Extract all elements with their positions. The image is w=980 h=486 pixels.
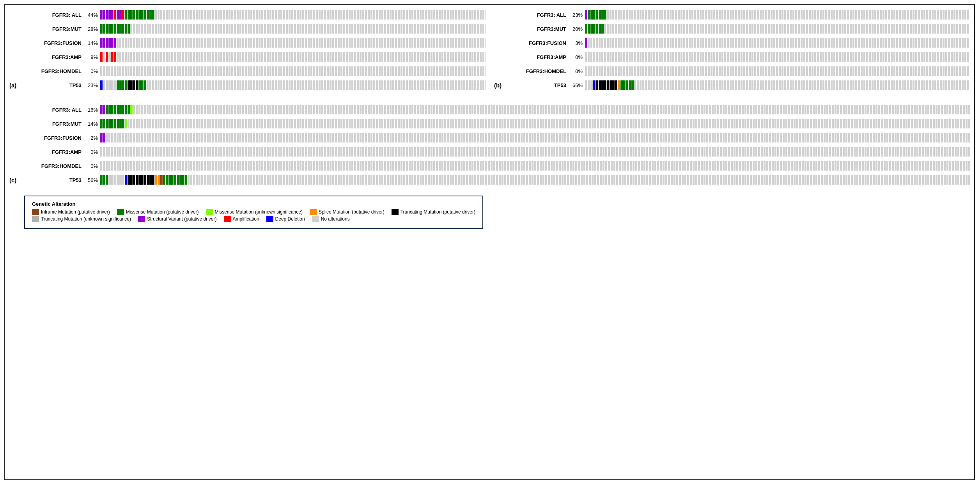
- gene-track: [100, 133, 970, 142]
- gene-label: FGFR3:HOMDEL: [20, 163, 85, 169]
- no-alteration-swatch: [312, 216, 319, 222]
- truncating-driver-swatch: [392, 209, 399, 215]
- gene-label: FGFR3:FUSION: [20, 40, 85, 46]
- gene-pct: 23%: [85, 82, 100, 88]
- gene-track: [100, 52, 486, 62]
- legend-label: Splice Mutation (putative driver): [319, 209, 385, 215]
- legend-label: Truncating Mutation (putative driver): [401, 209, 475, 215]
- legend-label: Missense Mutation (putative driver): [126, 209, 199, 215]
- gene-track: [585, 10, 970, 20]
- structural-swatch: [138, 216, 145, 222]
- inframe-swatch: [32, 209, 39, 215]
- panel-label: (b): [494, 82, 502, 89]
- gene-row: FGFR3: ALL 44%: [20, 9, 486, 21]
- legend-row-1: Inframe Mutation (putative driver) Misse…: [32, 209, 475, 215]
- gene-track: [100, 147, 970, 157]
- gene-pct: 66%: [569, 82, 585, 88]
- gene-pct: 3%: [569, 40, 585, 46]
- gene-label: FGFR3:AMP: [20, 149, 85, 155]
- gene-row: FGFR3:FUSION 3%: [505, 37, 970, 49]
- amplification-swatch: [224, 216, 231, 222]
- panel-a: FGFR3: ALL 44%: [9, 9, 486, 93]
- gene-pct: 16%: [85, 107, 100, 113]
- legend-item-truncating-unknown: Truncating Mutation (unknown significanc…: [32, 216, 131, 222]
- gene-row: FGFR3:MUT 28%: [20, 23, 486, 35]
- legend-item-truncating-driver: Truncating Mutation (putative driver): [392, 209, 475, 215]
- legend-row-2: Truncating Mutation (unknown significanc…: [32, 216, 475, 222]
- legend-label: Missense Mutation (unknown significance): [215, 209, 303, 215]
- gene-label: TP53: [20, 82, 85, 88]
- legend-item-missense-driver: Missense Mutation (putative driver): [117, 209, 199, 215]
- legend-item-structural: Structural Variant (putative driver): [138, 216, 217, 222]
- gene-label: FGFR3:HOMDEL: [20, 68, 85, 74]
- gene-label: FGFR3:FUSION: [505, 40, 569, 46]
- legend-label: Deep Deletion: [275, 216, 305, 222]
- gene-pct: 9%: [85, 54, 100, 60]
- main-container: FGFR3: ALL 44%: [4, 4, 975, 480]
- gene-label: FGFR3:MUT: [20, 26, 85, 32]
- gene-row: (a) TP53 23%: [20, 79, 486, 91]
- gene-track: [585, 24, 970, 34]
- top-panels-row: FGFR3: ALL 44%: [9, 9, 970, 93]
- gene-pct: 0%: [85, 163, 100, 169]
- gene-label: TP53: [505, 82, 569, 88]
- gene-row: FGFR3:FUSION 14%: [20, 37, 486, 49]
- divider: [9, 100, 970, 100]
- gene-row: FGFR3: ALL 16%: [20, 103, 970, 116]
- gene-row: FGFR3:FUSION 2%: [20, 132, 970, 144]
- panel-label: (c): [9, 177, 16, 183]
- legend-title: Genetic Alteration: [32, 201, 475, 207]
- gene-track: [100, 105, 970, 114]
- gene-row: FGFR3:HOMDEL 0%: [20, 65, 486, 77]
- gene-pct: 2%: [85, 135, 100, 141]
- gene-track: [100, 161, 970, 171]
- legend-item-no-alteration: No alterations: [312, 216, 350, 222]
- gene-pct: 0%: [569, 54, 585, 60]
- gene-track: [100, 24, 486, 34]
- gene-label: TP53: [20, 177, 85, 183]
- legend-label: Structural Variant (putative driver): [147, 216, 217, 222]
- legend-label: Inframe Mutation (putative driver): [41, 209, 110, 215]
- gene-label: FGFR3:MUT: [505, 26, 569, 32]
- missense-driver-swatch: [117, 209, 124, 215]
- gene-pct: 14%: [85, 40, 100, 46]
- gene-track: [100, 175, 970, 185]
- legend-label: No alterations: [321, 216, 350, 222]
- gene-pct: 20%: [569, 26, 585, 32]
- panel-c-gene-rows: FGFR3: ALL 16%: [20, 103, 970, 186]
- gene-track: [100, 80, 486, 90]
- gene-row: FGFR3:MUT 14%: [20, 117, 970, 130]
- legend-label: Truncating Mutation (unknown significanc…: [41, 216, 131, 222]
- gene-track: [100, 10, 486, 20]
- legend-item-deep-deletion: Deep Deletion: [266, 216, 305, 222]
- gene-track: [585, 38, 970, 48]
- legend-item-splice: Splice Mutation (putative driver): [310, 209, 385, 215]
- gene-track: [585, 66, 970, 76]
- legend-label: Amplification: [233, 216, 259, 222]
- gene-row: (b) TP53 66%: [505, 79, 970, 91]
- gene-row: FGFR3: ALL 23%: [505, 9, 970, 21]
- gene-pct: 14%: [85, 121, 100, 127]
- truncating-unknown-swatch: [32, 216, 39, 222]
- gene-row: FGFR3:HOMDEL 0%: [20, 160, 970, 172]
- panel-b: FGFR3: ALL 23%: [493, 9, 970, 93]
- gene-row: (c) TP53 56%: [20, 174, 970, 186]
- panel-a-gene-rows: FGFR3: ALL 44%: [20, 9, 486, 91]
- legend-item-inframe: Inframe Mutation (putative driver): [32, 209, 110, 215]
- gene-label: FGFR3:AMP: [505, 54, 569, 60]
- legend: Genetic Alteration Inframe Mutation (put…: [24, 196, 483, 229]
- splice-swatch: [310, 209, 317, 215]
- gene-label: FGFR3: ALL: [505, 12, 569, 18]
- gene-pct: 0%: [85, 68, 100, 74]
- panel-b-gene-rows: FGFR3: ALL 23%: [505, 9, 970, 91]
- deep-deletion-swatch: [266, 216, 273, 222]
- gene-label: FGFR3:FUSION: [20, 135, 85, 141]
- gene-label: FGFR3: ALL: [20, 107, 85, 113]
- missense-unknown-swatch: [206, 209, 213, 215]
- panel-label: (a): [9, 82, 16, 89]
- gene-row: FGFR3:MUT 20%: [505, 23, 970, 35]
- gene-label: FGFR3:HOMDEL: [505, 68, 569, 74]
- gene-track: [100, 38, 486, 48]
- gene-track: [100, 66, 486, 76]
- gene-row: FGFR3:HOMDEL 0%: [505, 65, 970, 77]
